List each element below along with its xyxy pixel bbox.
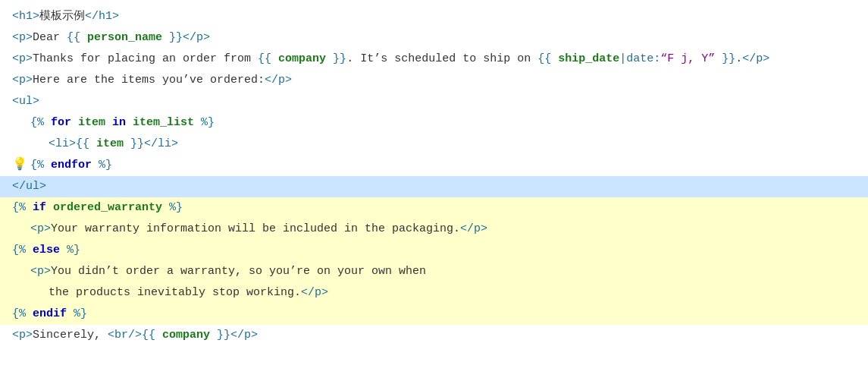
code-token: </li> <box>144 135 178 153</box>
code-token: company <box>162 326 210 345</box>
line-content: {% else %} <box>12 241 80 260</box>
code-token: {{ <box>537 50 558 68</box>
code-line: <p>Here are the items you’ve ordered:</p… <box>0 70 868 91</box>
code-token: </p> <box>301 284 328 302</box>
code-line: <li>{{ item }}</li> <box>0 134 868 155</box>
code-token: in <box>105 114 133 132</box>
code-token: {% <box>30 156 51 175</box>
line-content: {% if ordered_warranty %} <box>12 199 183 217</box>
code-line: {% if ordered_warranty %} <box>0 197 868 219</box>
code-line: <p>Dear {{ person_name }}</p> <box>0 27 868 49</box>
code-token: {% <box>12 305 33 323</box>
line-content: <p>Dear {{ person_name }}</p> <box>12 29 210 47</box>
code-line: <p>Your warranty information will be inc… <box>0 219 868 240</box>
code-token: }} <box>210 326 230 345</box>
line-content: </ul> <box>12 178 46 196</box>
code-token: {{ <box>76 135 96 153</box>
code-token: endif <box>33 305 67 323</box>
code-token: }} <box>124 135 144 153</box>
code-line: <p>Thanks for placing an order from {{ c… <box>0 49 868 70</box>
code-token: {% <box>12 241 33 260</box>
code-token: <li> <box>49 135 76 153</box>
code-token: }} <box>715 50 735 68</box>
code-token: %} <box>67 305 87 323</box>
code-line: the products inevitably stop working.</p… <box>0 282 868 304</box>
code-token: ordered_warranty <box>53 199 162 217</box>
code-token <box>71 114 78 132</box>
line-content: <p>You didn’t order a warranty, so you’r… <box>12 263 426 281</box>
code-token: </p> <box>742 50 769 68</box>
code-token: <p> <box>30 263 51 281</box>
code-token <box>46 199 53 217</box>
code-token: {{ <box>142 326 162 345</box>
code-line: <p>You didn’t order a warranty, so you’r… <box>0 261 868 282</box>
code-token: You didn’t order a warranty, so you’re o… <box>51 263 426 281</box>
code-token: else <box>33 241 60 260</box>
code-token: endfor <box>51 156 92 175</box>
line-content: <li>{{ item }}</li> <box>12 135 178 153</box>
code-token: %} <box>92 156 112 175</box>
code-token: Dear <box>33 29 67 47</box>
code-token: <br/> <box>101 326 142 345</box>
code-token: the products inevitably stop working. <box>49 284 301 302</box>
code-token: ship_date <box>558 50 619 68</box>
line-content: <p>Your warranty information will be inc… <box>12 220 487 238</box>
code-line: 💡{% endfor %} <box>0 155 868 176</box>
code-token: . <box>735 50 742 68</box>
code-token: for <box>51 114 71 132</box>
code-token: item <box>78 114 105 132</box>
code-line: {% for item in item_list %} <box>0 112 868 134</box>
code-token: %} <box>194 114 215 132</box>
code-token: <h1> <box>12 8 39 26</box>
code-token: | <box>619 50 626 68</box>
code-token: 模板示例 <box>39 8 85 26</box>
code-token: Your warranty information will be includ… <box>51 220 460 238</box>
code-token: date: <box>626 50 660 68</box>
code-token: }} <box>162 29 183 47</box>
line-content: <h1>模板示例</h1> <box>12 8 119 26</box>
bulb-icon: 💡 <box>12 156 27 175</box>
line-content: {% endif %} <box>12 305 87 323</box>
code-token: <p> <box>30 220 51 238</box>
code-token: Here are the items you’ve ordered: <box>33 71 265 90</box>
code-token: item_list <box>133 114 194 132</box>
code-token: person_name <box>87 29 162 47</box>
code-token: <p> <box>12 50 33 68</box>
line-content: <p>Sincerely, <br/>{{ company }}</p> <box>12 326 258 345</box>
line-content: {% for item in item_list %} <box>12 114 215 132</box>
code-token: if <box>33 199 46 217</box>
code-token: </p> <box>460 220 487 238</box>
code-token: </p> <box>183 29 210 47</box>
code-token: {{ <box>258 50 278 68</box>
line-content: <p>Here are the items you’ve ordered:</p… <box>12 71 292 90</box>
code-line: </ul> <box>0 176 868 197</box>
code-token: </p> <box>230 326 258 345</box>
line-content: <p>Thanks for placing an order from {{ c… <box>12 50 769 68</box>
code-line: {% else %} <box>0 240 868 261</box>
code-token: %} <box>162 199 183 217</box>
code-token: %} <box>60 241 80 260</box>
code-token: company <box>278 50 326 68</box>
line-content: 💡{% endfor %} <box>12 156 112 175</box>
code-token: {{ <box>67 29 87 47</box>
code-token: }} <box>326 50 346 68</box>
code-line: <ul> <box>0 91 868 112</box>
code-line: <p>Sincerely, <br/>{{ company }}</p> <box>0 325 868 346</box>
code-token: </ul> <box>12 178 46 196</box>
code-editor[interactable]: <h1>模板示例</h1><p>Dear {{ person_name }}</… <box>0 0 868 381</box>
code-token: <p> <box>12 326 33 345</box>
code-token: </h1> <box>85 8 119 26</box>
code-token: {% <box>30 114 51 132</box>
code-token: <ul> <box>12 93 39 111</box>
code-token: </p> <box>265 71 292 90</box>
code-token: . It’s scheduled to ship on <box>346 50 537 68</box>
line-content: <ul> <box>12 93 39 111</box>
code-token: {% <box>12 199 33 217</box>
code-token: item <box>96 135 124 153</box>
line-content: the products inevitably stop working.</p… <box>12 284 328 302</box>
code-token: Thanks for placing an order from <box>33 50 258 68</box>
code-token: <p> <box>12 71 33 90</box>
code-line: <h1>模板示例</h1> <box>0 6 868 27</box>
code-line: {% endif %} <box>0 304 868 325</box>
code-token: <p> <box>12 29 33 47</box>
